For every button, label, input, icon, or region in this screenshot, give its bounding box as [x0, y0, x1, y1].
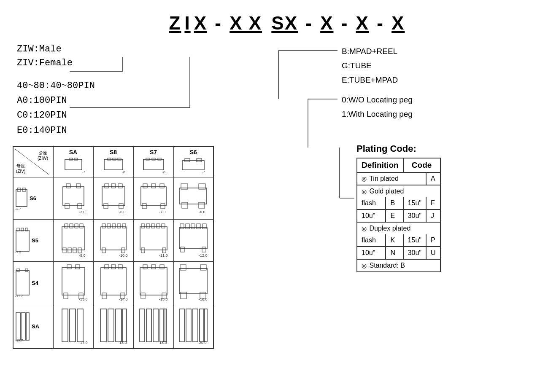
svg-rect-23	[16, 190, 27, 207]
cell-s4-s6: -16.0	[173, 261, 213, 305]
svg-rect-108	[118, 265, 122, 269]
svg-rect-28	[66, 184, 70, 188]
row-label-s5: -7.2 S5	[13, 219, 53, 261]
svg-rect-107	[111, 265, 116, 269]
packaging-e: E:TUBE+MPAD	[342, 73, 398, 87]
col-header-s6: S6 -7.1	[173, 147, 213, 177]
svg-rect-136	[122, 309, 127, 342]
svg-rect-69	[102, 224, 105, 228]
svg-rect-37	[104, 204, 108, 209]
svg-rect-122	[181, 292, 186, 299]
svg-rect-30	[65, 204, 69, 209]
svg-rect-63	[63, 248, 66, 253]
pn-sep-1: -	[209, 13, 228, 34]
cell-s6-s8: -6.0	[93, 177, 133, 219]
svg-rect-65	[73, 248, 76, 253]
svg-rect-87	[180, 224, 184, 229]
content-area: ZIW:Male ZIV:Female 40~80:40~80PIN A0:10…	[8, 38, 532, 392]
plating-gold-f: F	[426, 197, 440, 209]
svg-text:-6.0: -6.0	[119, 210, 126, 214]
pin-label-e0: E0:140PIN	[17, 123, 253, 138]
main-container: Z I X - X X SX - X - X - X	[0, 0, 540, 392]
svg-text:-10.0: -10.0	[119, 253, 128, 258]
plating-row-gold-header: ◎ Gold plated	[357, 185, 440, 197]
plating-row-duplex-header: ◎ Duplex plated	[357, 222, 440, 234]
svg-text:-20.0: -20.0	[198, 341, 207, 345]
svg-rect-58	[62, 227, 85, 250]
svg-rect-89	[191, 224, 195, 229]
pn-sep-sx	[264, 13, 270, 34]
svg-text:-11.7: -11.7	[15, 294, 23, 298]
svg-rect-56	[25, 228, 28, 231]
svg-rect-91	[202, 224, 206, 229]
svg-text:-12.0: -12.0	[199, 253, 208, 258]
svg-rect-64	[68, 248, 71, 253]
cell-s5-s7: -11.0	[133, 219, 173, 261]
svg-rect-79	[146, 224, 150, 228]
pin-label-a0: A0:100PIN	[17, 93, 253, 108]
svg-rect-134	[108, 309, 114, 342]
pn-char-x2: X	[319, 13, 335, 34]
pn-char-x3: X	[354, 13, 371, 34]
svg-rect-116	[141, 293, 145, 299]
cell-s4-s7: -15.0	[133, 261, 173, 305]
cell-s6-sa: -3.0	[53, 177, 93, 219]
svg-rect-14	[143, 159, 164, 170]
svg-rect-133	[100, 309, 106, 342]
table-row-s4: -11.7 S4 -	[13, 261, 213, 305]
col-header-sa: SA -7	[53, 147, 93, 177]
part-number-area: Z I X - X X SX - X - X - X	[42, 13, 532, 34]
plating-duplex-10u: 10u"	[357, 247, 386, 259]
plating-gold-j: J	[426, 209, 440, 222]
standard-label: Standard: B	[369, 262, 405, 269]
svg-rect-60	[70, 224, 73, 228]
svg-rect-130	[70, 309, 76, 342]
svg-rect-74	[102, 248, 105, 253]
svg-text:-8.7: -8.7	[122, 170, 126, 174]
svg-rect-121	[200, 265, 206, 270]
pn-char-sx: SX	[270, 13, 300, 34]
cell-s6-s6: -6.0	[173, 177, 213, 219]
plating-duplex-flash: flash	[357, 234, 386, 247]
svg-text:-6.0: -6.0	[199, 210, 205, 214]
svg-rect-115	[160, 265, 164, 269]
cell-s5-s8: -10.0	[93, 219, 133, 261]
packaging-g: G:TUBE	[342, 59, 398, 73]
svg-rect-109	[102, 293, 106, 299]
svg-rect-96	[17, 268, 19, 271]
svg-text:-18.0: -18.0	[118, 341, 127, 345]
svg-rect-101	[76, 265, 80, 269]
locating-1: 1:With Locating peg	[342, 107, 413, 121]
svg-rect-141	[160, 309, 165, 342]
svg-rect-84	[162, 248, 166, 253]
svg-rect-95	[16, 271, 29, 295]
plating-gold-15u: 15u"	[403, 197, 426, 209]
svg-rect-9	[104, 159, 123, 170]
svg-rect-68	[101, 227, 126, 250]
svg-rect-127	[26, 313, 29, 340]
svg-rect-55	[21, 228, 24, 231]
plating-gold-30u: 30u"	[403, 209, 426, 222]
svg-rect-126	[21, 313, 25, 340]
plating-row-gold-2: 10u" E 30u" J	[357, 209, 440, 222]
svg-rect-99	[62, 268, 85, 295]
plating-duplex-p: P	[426, 234, 440, 247]
svg-rect-36	[118, 184, 122, 188]
svg-rect-48	[181, 184, 188, 189]
svg-rect-62	[80, 224, 83, 228]
plating-gold-e: E	[386, 209, 403, 222]
standard-bullet: ◎	[362, 262, 367, 269]
svg-rect-114	[151, 265, 156, 269]
svg-text:-18.0: -18.0	[158, 341, 167, 345]
left-section: ZIW:Male ZIV:Female 40~80:40~80PIN A0:10…	[8, 38, 253, 392]
svg-rect-33	[102, 187, 125, 206]
type-labels: ZIW:Male ZIV:Female	[17, 42, 253, 70]
type-label-female: ZIV:Female	[17, 56, 253, 70]
svg-text:-2.7: -2.7	[15, 207, 21, 211]
svg-rect-61	[75, 224, 78, 228]
svg-rect-34	[105, 184, 109, 188]
svg-text:-14.0: -14.0	[119, 297, 128, 301]
type-label-male: ZIW:Male	[17, 42, 253, 56]
svg-rect-82	[162, 224, 165, 228]
svg-rect-53	[16, 230, 29, 251]
